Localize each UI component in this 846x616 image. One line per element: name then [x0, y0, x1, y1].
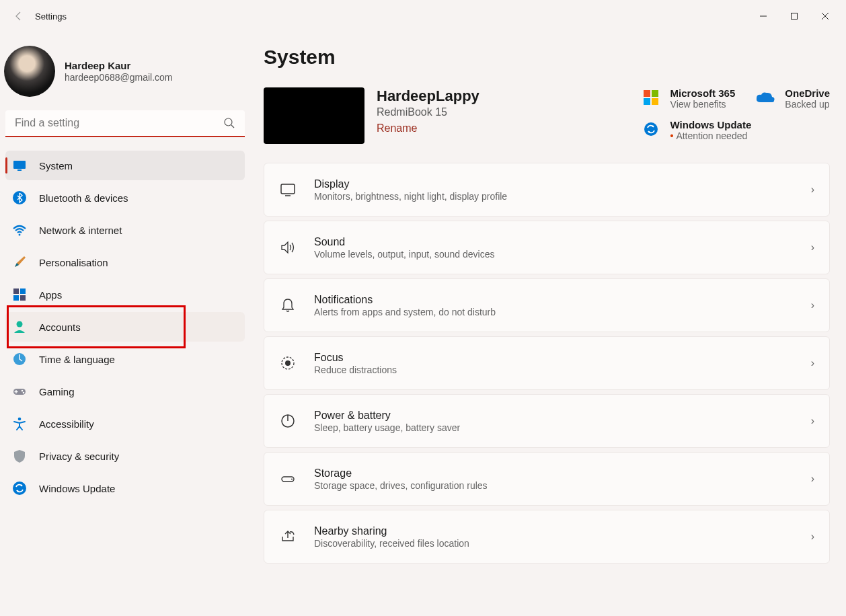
svg-rect-9 — [20, 288, 26, 294]
minimize-button[interactable] — [748, 5, 779, 27]
app-title: Settings — [35, 11, 67, 22]
sidebar-item-label: Gaming — [39, 386, 75, 397]
power-icon — [279, 412, 297, 430]
svg-rect-22 — [652, 98, 658, 105]
sidebar-item-time-language[interactable]: Time & language — [5, 344, 245, 374]
info-card-sub: Backed up — [785, 99, 830, 110]
bell-icon — [279, 297, 297, 314]
chevron-right-icon: › — [811, 473, 814, 485]
bluetooth-icon — [12, 190, 27, 205]
svg-rect-8 — [13, 288, 19, 294]
gamepad-icon — [12, 384, 27, 399]
chevron-right-icon: › — [811, 357, 814, 369]
share-icon — [279, 528, 297, 545]
svg-point-7 — [19, 234, 21, 236]
setting-title: Storage — [314, 467, 811, 479]
annotation-box — [7, 305, 186, 348]
svg-point-17 — [18, 418, 22, 421]
svg-rect-24 — [281, 184, 295, 194]
setting-desc: Sleep, battery usage, battery saver — [314, 422, 811, 433]
apps-icon — [12, 287, 27, 302]
svg-rect-1 — [792, 13, 798, 20]
svg-point-2 — [225, 118, 232, 126]
sidebar-item-personalisation[interactable]: Personalisation — [5, 247, 245, 277]
setting-row-notifications[interactable]: NotificationsAlerts from apps and system… — [264, 278, 830, 332]
sidebar-item-gaming[interactable]: Gaming — [5, 377, 245, 406]
setting-row-nearby-sharing[interactable]: Nearby sharingDiscoverability, received … — [264, 510, 830, 564]
sidebar-item-label: System — [39, 160, 73, 171]
svg-rect-21 — [644, 98, 650, 105]
info-card-windows-update[interactable]: Windows UpdateAttention needed — [641, 119, 752, 141]
sidebar-item-windows-update[interactable]: Windows Update — [5, 473, 245, 503]
sidebar-item-privacy-security[interactable]: Privacy & security — [5, 441, 245, 471]
sidebar-item-apps[interactable]: Apps — [5, 280, 245, 309]
sidebar-item-network-internet[interactable]: Network & internet — [5, 215, 245, 245]
sidebar-item-label: Apps — [39, 289, 62, 301]
svg-rect-20 — [652, 90, 658, 97]
info-card-sub: View benefits — [670, 99, 736, 110]
setting-row-display[interactable]: DisplayMonitors, brightness, night light… — [264, 163, 830, 217]
device-card: HardeepLappy RedmiBook 15 Rename — [264, 87, 630, 144]
minimize-icon — [759, 12, 767, 20]
profile-name: Hardeep Kaur — [65, 60, 173, 71]
setting-row-focus[interactable]: FocusReduce distractions› — [264, 336, 830, 390]
sidebar-item-accounts[interactable]: Accounts — [5, 312, 245, 342]
back-button[interactable] — [5, 3, 32, 30]
profile-block[interactable]: Hardeep Kaur hardeep0688@gmail.com — [4, 40, 245, 110]
chevron-right-icon: › — [811, 531, 814, 543]
sidebar-item-accessibility[interactable]: Accessibility — [5, 409, 245, 438]
rename-link[interactable]: Rename — [377, 122, 417, 134]
sidebar-item-label: Windows Update — [39, 483, 115, 494]
accessibility-icon — [12, 416, 27, 431]
svg-rect-4 — [13, 161, 26, 169]
info-card-onedrive[interactable]: OneDriveBacked up — [755, 87, 830, 110]
maximize-icon — [790, 12, 798, 20]
device-thumbnail — [264, 87, 364, 144]
onedrive-icon — [755, 87, 775, 108]
sidebar-item-label: Accessibility — [39, 418, 94, 430]
svg-point-31 — [291, 479, 293, 480]
profile-email: hardeep0688@gmail.com — [65, 72, 173, 83]
device-model: RedmiBook 15 — [377, 106, 479, 118]
sidebar-nav: SystemBluetooth & devicesNetwork & inter… — [5, 151, 245, 503]
sidebar-item-system[interactable]: System — [5, 151, 245, 180]
close-icon — [821, 12, 829, 20]
svg-point-16 — [23, 392, 25, 394]
setting-title: Display — [314, 178, 811, 190]
setting-row-power-battery[interactable]: Power & batterySleep, battery usage, bat… — [264, 394, 830, 448]
setting-title: Notifications — [314, 294, 811, 306]
sidebar-item-label: Time & language — [39, 354, 115, 365]
page-title: System — [264, 46, 830, 69]
clock-globe-icon — [12, 352, 27, 367]
device-name: HardeepLappy — [377, 87, 479, 105]
sidebar-item-bluetooth-devices[interactable]: Bluetooth & devices — [5, 183, 245, 213]
close-button[interactable] — [810, 5, 841, 27]
sidebar-item-label: Personalisation — [39, 257, 108, 268]
svg-point-23 — [644, 122, 658, 136]
svg-rect-11 — [20, 295, 26, 301]
info-card-microsoft-[interactable]: Microsoft 365View benefits — [641, 87, 736, 110]
storage-icon — [279, 470, 297, 488]
ms365-icon — [641, 87, 661, 108]
setting-row-sound[interactable]: SoundVolume levels, output, input, sound… — [264, 221, 830, 274]
setting-desc: Monitors, brightness, night light, displ… — [314, 191, 811, 202]
svg-line-3 — [231, 125, 234, 128]
chevron-right-icon: › — [811, 241, 814, 254]
display-icon — [279, 181, 297, 198]
setting-title: Sound — [314, 236, 811, 248]
setting-desc: Discoverability, received files location — [314, 538, 811, 549]
chevron-right-icon: › — [811, 299, 814, 311]
person-icon — [12, 319, 27, 334]
setting-desc: Volume levels, output, input, sound devi… — [314, 249, 811, 260]
arrow-left-icon — [13, 11, 24, 22]
sidebar-item-label: Network & internet — [39, 225, 122, 236]
monitor-icon — [12, 158, 27, 173]
setting-row-storage[interactable]: StorageStorage space, drives, configurat… — [264, 452, 830, 506]
setting-title: Nearby sharing — [314, 525, 811, 537]
sidebar-item-label: Accounts — [39, 321, 81, 333]
sidebar-item-label: Privacy & security — [39, 451, 119, 462]
search-input[interactable] — [5, 110, 245, 137]
maximize-button[interactable] — [779, 5, 810, 27]
setting-desc: Reduce distractions — [314, 364, 811, 375]
chevron-right-icon: › — [811, 415, 814, 427]
